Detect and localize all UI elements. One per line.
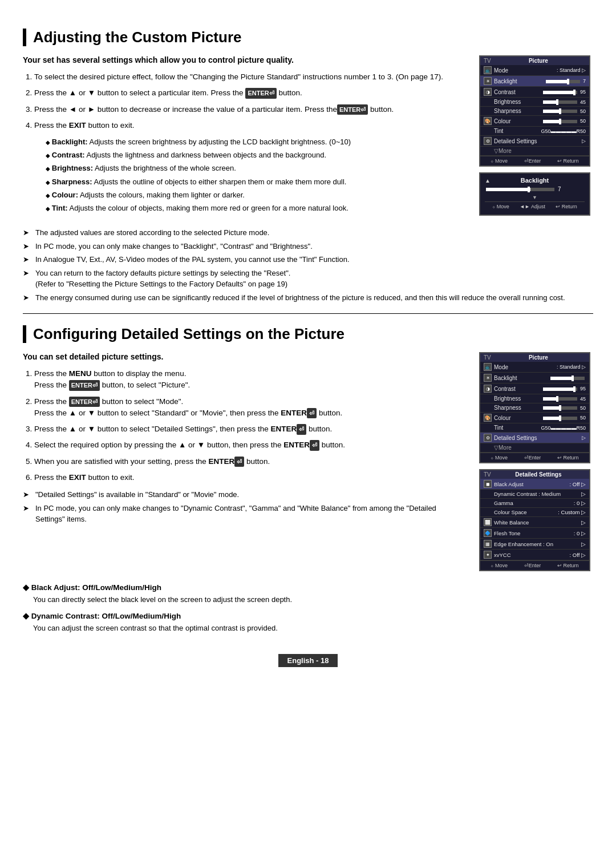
tv3-row-backlight: ☀ Backlight [480, 373, 589, 383]
tv-icon-detailed: ⚙ [484, 137, 492, 145]
tv4-value-gamma: : 0 ▷ [574, 500, 586, 506]
section2-content: You can set detailed picture settings. P… [23, 352, 593, 577]
tv4-icon-edge: ▦ [484, 540, 492, 548]
tv-label-3: TV [484, 354, 491, 361]
enter-btn-3: ENTER⏎ [69, 380, 100, 391]
tv4-icon-fleshtone: 🔷 [484, 529, 492, 537]
tv-label-tint: Tint [484, 128, 541, 134]
tv3-row-tint: Tint G50▬▬▬▬▬R50 [480, 423, 589, 433]
tv-row-tint: Tint G50▬▬▬▬▬R50 [480, 127, 589, 136]
tv3-value-tint: G50▬▬▬▬▬R50 [541, 425, 586, 431]
tv3-icon-detailed: ⚙ [484, 434, 492, 442]
slider3-colour [543, 417, 577, 420]
nav-enter-1: ⏎Enter [524, 158, 541, 164]
tv3-value-brightness: 45 [542, 396, 586, 402]
tv-screen-backlight: ▲ Backlight ▲ 7 ▼ ⬦ Move ◄► Adjust ↩ Ret… [479, 172, 590, 216]
tv3-value-detailed: ▷ [582, 435, 586, 441]
tv-menu-title-3: Picture [491, 354, 586, 361]
tv4-row-edge: ▦ Edge Enhancement : On ▷ [480, 539, 589, 550]
tv4-row-gamma: Gamma : 0 ▷ [480, 499, 589, 508]
section-divider [23, 313, 593, 314]
bl-title: Backlight [521, 177, 549, 184]
bl-value: 7 [558, 186, 561, 192]
slider3-contrast [543, 387, 577, 391]
section1-title: Adjusting the Custom Picture [23, 29, 593, 46]
nav-return-bl: ↩ Return [556, 204, 577, 209]
note-2-1: "Detailed Settings" is available in "Sta… [23, 489, 468, 500]
subsection-dynamic-title: ◆ Dynamic Contrast: Off/Low/Medium/High [23, 611, 593, 620]
nav-move-1: ⬦ Move [491, 158, 508, 164]
tv4-row-dyncontrast: Dynamic Contrast : Medium ▷ [480, 490, 589, 499]
note-1-2: In PC mode, you can only make changes to… [23, 241, 593, 252]
section2-steps: Press the MENU button to display the men… [23, 368, 468, 483]
footer-label: English - 18 [278, 654, 338, 667]
bullet-contrast: Contrast: Adjusts the lightness and dark… [46, 150, 468, 160]
tv-row-sharpness: Sharpness 50 [480, 107, 589, 116]
tv-row-colour: 🎨 Colour 50 [480, 116, 589, 127]
subsection-dynamic-contrast: ◆ Dynamic Contrast: Off/Low/Medium/High … [23, 611, 593, 634]
tv4-value-whitebal: ▷ [581, 519, 586, 526]
step-1-2: Press the ▲ or ▼ button to select a part… [34, 87, 468, 99]
tv4-label-dyncontrast: Dynamic Contrast : Medium [484, 491, 581, 497]
note-1-5: The energy consumed during use can be si… [23, 292, 593, 304]
slider-backlight [546, 80, 580, 83]
tv3-value-sharpness: 50 [542, 405, 586, 411]
tv-label-brightness: Brightness [484, 99, 542, 105]
nav-enter-3: ⏎Enter [524, 455, 541, 461]
tv-label-colour: Colour [494, 118, 542, 124]
tv4-row-fleshtone: 🔷 Flesh Tone : 0 ▷ [480, 528, 589, 539]
tv3-icon-mode: 📺 [484, 363, 492, 371]
tv3-icon-colour: 🎨 [484, 414, 492, 422]
slider-contrast [543, 91, 577, 94]
nav-move-3: ⬦ Move [491, 455, 508, 461]
enter-btn-5: ⏎ [307, 408, 317, 419]
section1-content: Your set has several settings which allo… [23, 55, 593, 221]
tv4-value-edge: ▷ [581, 541, 586, 547]
tv4-label-fleshtone: Flesh Tone [494, 530, 574, 536]
tv-value-brightness: 45 [542, 99, 586, 105]
section1-bullets: Backlight: Adjusts the screen brightness… [34, 137, 468, 213]
tv4-row-whitebal: ⬜ White Balance ▷ [480, 517, 589, 528]
tv-value-detailed: ▷ [582, 138, 586, 144]
slider-sharpness [543, 110, 577, 113]
tv-label-mode: Mode [494, 67, 557, 74]
slider3-backlight [550, 377, 585, 380]
subsection-dynamic-text: You can adjust the screen contrast so th… [23, 623, 593, 634]
step-2-3: Press the ▲ or ▼ button to select "Detai… [34, 423, 468, 435]
tv4-row-colourspace: Colour Space : Custom ▷ [480, 508, 589, 517]
tv-row-backlight: ☀ Backlight 7 [480, 76, 589, 87]
tv-value-colour: 50 [542, 118, 586, 124]
slider3-brightness [543, 397, 577, 401]
tv-row-mode: 📺 Mode : Standard ▷ [480, 65, 589, 76]
subsection-black-adjust: ◆ Black Adjust: Off/Low/Medium/High You … [23, 583, 593, 605]
tv4-value-colourspace: : Custom ▷ [558, 509, 586, 515]
tv-row-brightness: Brightness 45 [480, 98, 589, 107]
nav-return-1: ↩ Return [557, 158, 579, 164]
tv-label-4: TV [484, 471, 491, 478]
tv3-row-detailed: ⚙ Detailed Settings ▷ [480, 433, 589, 443]
step-1-1: To select the desired picture effect, fo… [34, 71, 468, 83]
tv3-row-sharpness: Sharpness 50 [480, 403, 589, 413]
section1-intro: Your set has several settings which allo… [23, 55, 468, 64]
tv3-label-contrast: Contrast [494, 386, 542, 392]
step-2-1: Press the MENU button to display the men… [34, 368, 468, 391]
tv-value-contrast: 95 [542, 89, 586, 95]
tv-screen-3: TV Picture 📺 Mode : Standard ▷ ☀ Backlig… [479, 352, 590, 463]
tv-nav-1: ⬦ Move ⏎Enter ↩ Return [480, 156, 589, 165]
section1-left: Your set has several settings which allo… [23, 55, 468, 221]
tv-row-detailed: ⚙ Detailed Settings ▷ [480, 136, 589, 147]
subsection-black-text: You can directly select the black level … [23, 594, 593, 605]
tv3-row-contrast: ◑ Contrast 95 [480, 383, 589, 394]
tv-top-bar-4: TV Detailed Settings [480, 470, 589, 479]
nav-enter-4: ⏎Enter [524, 563, 541, 568]
tv4-label-whitebal: White Balance [494, 519, 581, 526]
tv-label-more: ▽More [484, 148, 586, 154]
enter-btn-6: ⏎ [297, 424, 306, 435]
tv-label-detailed: Detailed Settings [494, 138, 582, 144]
tv-label-1: TV [484, 58, 491, 64]
tv-top-bar-1: TV Picture [480, 56, 589, 65]
tv-value-tint: G50▬▬▬▬▬R50 [541, 128, 586, 134]
nav-return-3: ↩ Return [557, 455, 579, 461]
section2-notes: "Detailed Settings" is available in "Sta… [23, 489, 468, 525]
tv-screen-4: TV Detailed Settings ◼ Black Adjust : Of… [479, 469, 590, 571]
